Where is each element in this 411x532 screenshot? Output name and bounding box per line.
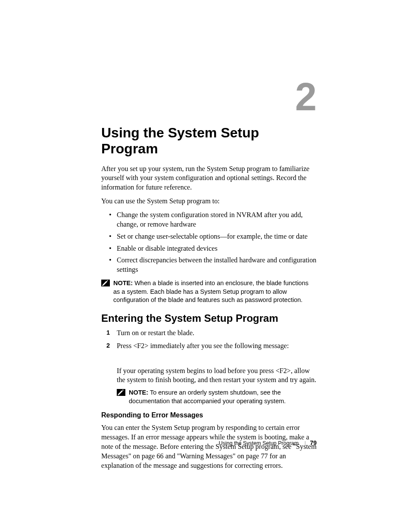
step-item: 2 Press <F2> immediately after you see t…: [101, 342, 317, 406]
step-text: Turn on or restart the blade.: [117, 329, 194, 337]
subsection-paragraph: You can enter the System Setup program b…: [101, 423, 317, 470]
note-text: NOTE: To ensure an orderly system shutdo…: [129, 389, 317, 405]
page-footer: Using the System Setup Program | 79: [101, 439, 317, 446]
intro-paragraph-2: You can use the System Setup program to:: [101, 197, 317, 206]
step-item: 1 Turn on or restart the blade.: [101, 329, 317, 338]
list-item: Correct discrepancies between the instal…: [101, 256, 317, 275]
list-item: Set or change user-selectable options—fo…: [101, 232, 317, 242]
note-label: NOTE:: [113, 280, 133, 286]
list-item: Enable or disable integrated devices: [101, 244, 317, 254]
note-text: NOTE: When a blade is inserted into an e…: [113, 279, 317, 305]
steps-list: 1 Turn on or restart the blade. 2 Press …: [101, 329, 317, 406]
footer-separator: |: [305, 440, 306, 446]
step-number: 1: [106, 329, 110, 337]
intro-paragraph-1: After you set up your system, run the Sy…: [101, 165, 317, 193]
list-item: Change the system configuration stored i…: [101, 211, 317, 230]
page-content: 2 Using the System Setup Program After y…: [101, 78, 317, 475]
step-number: 2: [106, 342, 110, 350]
note-label: NOTE:: [129, 389, 148, 396]
note-pencil-icon: [117, 389, 125, 396]
section-heading: Entering the System Setup Program: [101, 312, 317, 324]
chapter-title: Using the System Setup Program: [101, 125, 317, 157]
chapter-number: 2: [101, 78, 317, 116]
note-block-1: NOTE: When a blade is inserted into an e…: [101, 279, 317, 305]
note-body: To ensure an orderly system shutdown, se…: [129, 389, 286, 404]
note-block-2: NOTE: To ensure an orderly system shutdo…: [117, 389, 317, 405]
step-sub-paragraph: If your operating system begins to load …: [117, 367, 317, 386]
note-pencil-icon: [101, 280, 110, 286]
footer-page-number: 79: [310, 439, 317, 446]
footer-title: Using the System Setup Program: [219, 440, 299, 446]
step-text: Press <F2> immediately after you see the…: [117, 342, 289, 350]
subsection-heading: Responding to Error Messages: [101, 411, 317, 419]
intro-bullets: Change the system configuration stored i…: [101, 211, 317, 275]
note-body: When a blade is inserted into an enclosu…: [113, 280, 308, 303]
